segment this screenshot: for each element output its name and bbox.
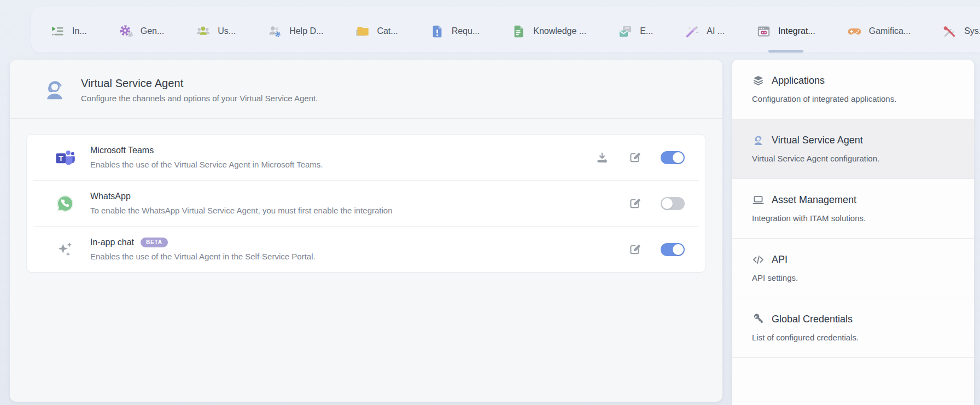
agent-headset-icon: [752, 134, 765, 147]
tab-label: Us...: [218, 26, 236, 36]
top-tab-bar: In... Gen... Us... Help D... Cat...: [31, 7, 980, 53]
channel-description: Enables the use of the Virtual Agent in …: [90, 252, 628, 261]
catalog-folder-icon: [355, 24, 370, 39]
sidebar-item-virtual-service-agent[interactable]: Virtual Service Agent Virtual Service Ag…: [732, 119, 974, 178]
tab-label: Knowledge ...: [533, 26, 586, 36]
panel-header-text: Virtual Service Agent Configure the chan…: [81, 77, 318, 118]
tab-email[interactable]: E...: [602, 10, 669, 53]
settings-sidebar: Applications Configuration of integrated…: [732, 60, 974, 405]
tab-label: Requ...: [452, 26, 480, 36]
integrations-icon: [756, 24, 771, 39]
in-app-chat-toggle[interactable]: [661, 243, 685, 256]
sidebar-item-description: Virtual Service Agent configuration.: [752, 154, 954, 163]
sidebar-item-applications[interactable]: Applications Configuration of integrated…: [732, 60, 974, 119]
sidebar-item-api[interactable]: API API settings.: [732, 239, 974, 298]
panel-header: Virtual Service Agent Configure the chan…: [10, 60, 722, 118]
page-title: Virtual Service Agent: [81, 77, 318, 90]
channel-text: Microsoft Teams Enables the use of the V…: [90, 146, 595, 169]
channel-text: In-app chat BETA Enables the use of the …: [90, 238, 628, 261]
tab-list: In... Gen... Us... Help D... Cat...: [31, 7, 980, 53]
whatsapp-toggle[interactable]: [661, 197, 685, 210]
ai-wand-icon: [685, 24, 699, 39]
toggle-knob: [673, 152, 684, 163]
page-subtitle: Configure the channels and options of yo…: [81, 94, 318, 103]
agent-headset-icon: [44, 77, 66, 102]
edit-icon[interactable]: [628, 196, 642, 211]
tab-label: Gamifica...: [869, 26, 911, 36]
tab-label: Sys...: [964, 26, 980, 36]
help-desk-icon: [267, 24, 282, 39]
request-doc-icon: [430, 24, 445, 39]
tab-catalog[interactable]: Cat...: [339, 10, 413, 53]
tab-label: AI ...: [707, 26, 725, 36]
channel-description: Enables the use of the Virtual Service A…: [90, 160, 595, 169]
edit-icon[interactable]: [628, 242, 642, 257]
sidebar-divider: [732, 357, 974, 358]
channel-row-whatsapp: WhatsApp To enable the WhatsApp Virtual …: [27, 181, 705, 226]
svg-text:T: T: [59, 154, 63, 163]
sidebar-item-description: Configuration of integrated applications…: [752, 94, 954, 103]
tab-integrations[interactable]: Integrat...: [740, 10, 831, 53]
whatsapp-icon: [54, 193, 76, 215]
sidebar-item-title: Applications: [772, 75, 825, 86]
tab-system[interactable]: Sys...: [926, 10, 980, 53]
toggle-knob: [662, 198, 673, 209]
toggle-knob: [673, 244, 684, 255]
sidebar-item-title: Global Credentials: [772, 314, 853, 325]
edit-icon[interactable]: [628, 151, 642, 165]
channel-actions: [595, 151, 685, 165]
channel-text: WhatsApp To enable the WhatsApp Virtual …: [90, 192, 628, 215]
download-icon[interactable]: [595, 151, 609, 165]
email-icon: [618, 24, 633, 39]
tab-knowledge[interactable]: Knowledge ...: [495, 10, 602, 53]
channel-actions: [628, 196, 685, 211]
sidebar-item-title: API: [772, 254, 788, 265]
sidebar-item-description: API settings.: [752, 273, 954, 282]
tab-gamification[interactable]: Gamifica...: [831, 10, 926, 53]
channel-description: To enable the WhatsApp Virtual Service A…: [90, 206, 628, 215]
sidebar-item-asset-management[interactable]: Asset Management Integration with ITAM s…: [732, 179, 974, 238]
sidebar-item-title: Virtual Service Agent: [772, 135, 863, 146]
sidebar-item-global-credentials[interactable]: Global Credentials List of configured cr…: [732, 298, 974, 357]
microsoft-teams-icon: T: [54, 147, 76, 169]
laptop-icon: [752, 194, 765, 206]
beta-badge: BETA: [141, 238, 168, 247]
users-icon: [196, 24, 211, 39]
tab-requests[interactable]: Requ...: [414, 10, 496, 53]
tab-label: In...: [72, 26, 87, 36]
tab-label: Help D...: [289, 26, 323, 36]
sidebar-item-title: Asset Management: [772, 194, 856, 206]
gamepad-icon: [847, 24, 862, 39]
tab-ai[interactable]: AI ...: [669, 10, 740, 53]
virtual-service-agent-panel: Virtual Service Agent Configure the chan…: [10, 60, 722, 402]
key-icon: [752, 313, 765, 326]
sidebar-item-description: Integration with ITAM solutions.: [752, 213, 954, 223]
tools-icon: [942, 24, 957, 39]
tab-users[interactable]: Us...: [180, 10, 252, 53]
gears-icon: [119, 24, 133, 39]
tab-label: Gen...: [141, 26, 165, 36]
knowledge-doc-icon: [511, 24, 526, 39]
channels-list: T Microsoft Teams Enables the use of the…: [26, 134, 706, 273]
tab-general[interactable]: Gen...: [103, 10, 180, 53]
sidebar-item-description: List of configured credentials.: [752, 333, 954, 342]
tab-label: Integrat...: [778, 26, 815, 36]
header-divider: [10, 118, 722, 119]
channel-actions: [628, 242, 685, 257]
tab-label: Cat...: [377, 26, 398, 36]
code-icon: [752, 253, 765, 266]
sparkles-icon: [54, 239, 76, 261]
microsoft-teams-toggle[interactable]: [661, 151, 685, 164]
channel-title: WhatsApp: [90, 192, 131, 201]
process-list-icon: [50, 24, 65, 39]
channel-row-in-app-chat: In-app chat BETA Enables the use of the …: [27, 227, 705, 272]
tab-help-desk[interactable]: Help D...: [252, 10, 339, 53]
channel-title: Microsoft Teams: [90, 146, 154, 155]
channel-row-microsoft-teams: T Microsoft Teams Enables the use of the…: [27, 135, 705, 180]
tab-label: E...: [640, 26, 653, 36]
channel-title: In-app chat: [90, 238, 134, 247]
layers-icon: [752, 74, 765, 87]
tab-in[interactable]: In...: [34, 10, 103, 53]
